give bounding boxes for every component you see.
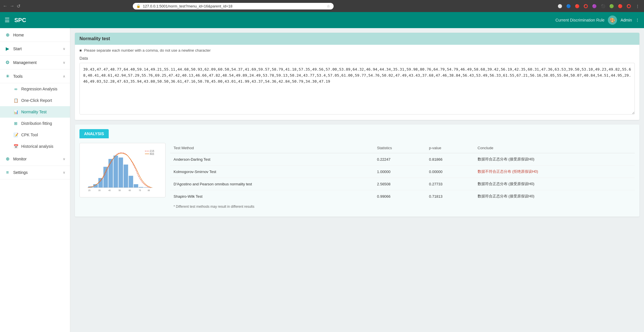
cell-method: Shapiro-Wilk Test	[170, 190, 373, 203]
svg-text:75: 75	[139, 189, 141, 191]
cpk-icon: 📝	[13, 133, 18, 137]
app-header: ☰ SPC Current Discrimination Rule 🎨 Admi…	[0, 12, 644, 28]
sidebar-item-settings[interactable]: ≡ Settings ∨	[0, 166, 70, 179]
table-row: Shapiro-Wilk Test 0.99066 0.71813 数据符合正态…	[170, 190, 635, 203]
ext-7[interactable]: 🟢	[608, 2, 615, 10]
table-row: Kolmogorov-Smirnov Test 1.00000 0.00000 …	[170, 166, 635, 178]
footnote: * Different test methods may result in d…	[170, 202, 635, 212]
cell-method: Kolmogorov-Smirnov Test	[170, 166, 373, 178]
data-input[interactable]: 39.43,47.47,48.77,64.40,59.14,49.21,55.1…	[79, 63, 635, 114]
cell-statistics: 0.99066	[373, 190, 425, 203]
sidebar-item-monitor-label: Monitor	[13, 157, 60, 161]
settings-chevron-icon: ∨	[63, 170, 65, 174]
table-row: D'Agostino and Pearson omnibus normality…	[170, 178, 635, 190]
home-icon: ⊕	[5, 32, 10, 38]
browser-extensions: ⚪ 🔵 🔴 ⭕ 🟣 ⚫ 🟢 🔴 ⭕ ⋮	[556, 2, 641, 10]
col-header-pvalue: p-value	[426, 143, 474, 153]
ext-5[interactable]: 🟣	[591, 2, 598, 10]
cell-method: Anderson-Darling Test	[170, 153, 373, 166]
regression-icon: ∞	[13, 87, 18, 91]
col-header-conclude: Conclude	[474, 143, 635, 153]
sidebar-item-historical-label: Historical analysis	[21, 144, 53, 149]
sidebar-item-tools-label: Tools	[13, 74, 60, 79]
sidebar-item-regression[interactable]: ∞ Regression Analysis	[0, 83, 70, 95]
sidebar-item-one-click-label: One-Click Report	[21, 98, 52, 103]
forward-button[interactable]: →	[10, 3, 14, 9]
cell-method: D'Agostino and Pearson omnibus normality…	[170, 178, 373, 190]
cell-statistics: 0.22247	[373, 153, 425, 166]
card-header: Normality test	[75, 33, 639, 45]
sidebar-item-home[interactable]: ⊕ Home	[0, 28, 70, 42]
sidebar-item-one-click[interactable]: 📋 One-Click Report	[0, 95, 70, 106]
one-click-icon: 📋	[13, 98, 18, 103]
sidebar-item-regression-label: Regression Analysis	[21, 87, 57, 91]
distribution-icon: ⊞	[13, 121, 18, 126]
table-row: Anderson-Darling Test 0.22247 0.81866 数据…	[170, 153, 635, 166]
ext-6[interactable]: ⚫	[599, 2, 607, 10]
back-button[interactable]: ←	[3, 3, 7, 9]
bookmark-icon[interactable]: ☆	[327, 4, 330, 8]
sidebar-item-distribution[interactable]: ⊞ Distribution fitting	[0, 118, 70, 129]
sidebar-item-home-label: Home	[13, 33, 65, 37]
svg-text:45: 45	[108, 189, 111, 191]
ext-2[interactable]: 🔵	[565, 2, 572, 10]
app-body: ⊕ Home ▶ Start ∨ ⚙ Management ∨ ✳ Tools …	[0, 28, 644, 332]
main-content: Normality test ■ Please separate each nu…	[70, 28, 644, 332]
data-label: Data	[79, 56, 635, 61]
svg-rect-10	[118, 158, 123, 188]
url-bar[interactable]: 🔒 127.0.0.1:5001/norm_test?menu_id=16&pa…	[133, 3, 334, 9]
tools-chevron-icon: ∧	[63, 74, 65, 78]
analysis-card: ANALYSIS 正态 拟合	[75, 125, 639, 217]
cell-conclude: 数据符合正态分布 (接受原假设H0)	[474, 153, 635, 166]
cell-pvalue: 0.71813	[426, 190, 474, 203]
user-menu-icon[interactable]: ⋮	[635, 18, 639, 22]
settings-icon: ≡	[5, 170, 10, 175]
start-icon: ▶	[5, 46, 10, 51]
svg-text:35: 35	[98, 189, 101, 191]
sidebar-item-normality-label: Normality Test	[21, 110, 46, 114]
col-header-statistics: Statistics	[373, 143, 425, 153]
discrimination-rule-label: Current Discrimination Rule	[555, 18, 604, 22]
chart-svg: 正态 拟合	[83, 147, 162, 194]
cell-conclude: 数据符合正态分布 (接受原假设H0)	[474, 190, 635, 203]
svg-rect-6	[98, 178, 103, 187]
svg-text:拟合: 拟合	[150, 153, 154, 155]
ext-9[interactable]: ⭕	[625, 2, 633, 10]
cell-statistics: 2.56508	[373, 178, 425, 190]
historical-icon: 📅	[13, 144, 18, 149]
sidebar-item-normality[interactable]: 📊 Normality Test	[0, 106, 70, 118]
normality-test-card: Normality test ■ Please separate each nu…	[75, 33, 639, 120]
ext-8[interactable]: 🔴	[616, 2, 624, 10]
sidebar-item-monitor[interactable]: ⊕ Monitor ∨	[0, 152, 70, 166]
cell-conclude: 数据不符合正态分布 (拒绝原假设H0)	[474, 166, 635, 178]
sidebar-item-historical[interactable]: 📅 Historical analysis	[0, 141, 70, 152]
svg-rect-9	[114, 156, 118, 188]
data-section: Data 39.43,47.47,48.77,64.40,59.14,49.21…	[75, 56, 639, 120]
sidebar-item-cpk[interactable]: 📝 CPK Tool	[0, 129, 70, 141]
more-button[interactable]: ⋮	[634, 2, 641, 10]
sidebar-item-tools[interactable]: ✳ Tools ∧	[0, 69, 70, 83]
table-header-row: Test Method Statistics p-value Conclude	[170, 143, 635, 153]
analysis-body: 正态 拟合	[75, 138, 639, 217]
svg-text:55: 55	[118, 189, 121, 191]
monitor-chevron-icon: ∨	[63, 157, 65, 161]
sidebar-item-distribution-label: Distribution fitting	[21, 121, 52, 126]
results-table-container: Test Method Statistics p-value Conclude …	[170, 143, 635, 212]
svg-rect-12	[129, 176, 133, 188]
reload-button[interactable]: ↺	[17, 3, 20, 9]
sidebar-item-start[interactable]: ▶ Start ∨	[0, 42, 70, 56]
cell-pvalue: 0.27733	[426, 178, 474, 190]
cell-pvalue: 0.00000	[426, 166, 474, 178]
ext-3[interactable]: 🔴	[573, 2, 581, 10]
sidebar-item-management[interactable]: ⚙ Management ∨	[0, 56, 70, 69]
avatar: 🎨	[608, 15, 617, 25]
notice-bar: ■ Please separate each number with a com…	[75, 45, 639, 56]
hamburger-menu-icon[interactable]: ☰	[5, 17, 10, 24]
ext-1[interactable]: ⚪	[556, 2, 564, 10]
sidebar-item-cpk-label: CPK Tool	[21, 133, 38, 137]
start-chevron-icon: ∨	[63, 47, 65, 51]
col-header-method: Test Method	[170, 143, 373, 153]
normality-icon: 📊	[13, 110, 18, 114]
lock-icon: 🔒	[136, 4, 141, 8]
ext-4[interactable]: ⭕	[582, 2, 589, 10]
